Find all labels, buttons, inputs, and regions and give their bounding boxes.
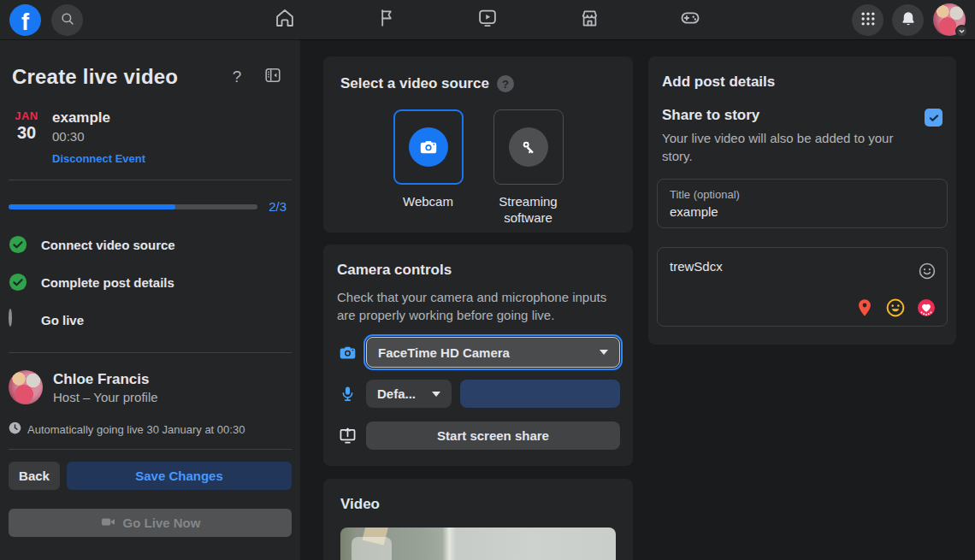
share-to-story-description: Your live video will also be added to yo… [662,129,912,165]
feeling-activity-icon[interactable] [885,298,906,318]
nav-tab-gaming[interactable] [666,0,714,39]
storefront-icon [579,8,600,32]
share-to-story-label: Share to story [662,107,913,124]
check-icon [928,112,940,124]
check-in-location-icon[interactable] [854,298,875,318]
help-button[interactable]: ? [222,62,252,92]
step-label: Connect video source [41,238,175,252]
source-option-streaming-software[interactable]: Streaming software [488,109,569,226]
watch-icon [476,7,499,32]
webcam-card [393,109,464,185]
title-field-value: example [670,204,935,219]
step-complete-post-details: Complete post details [9,263,292,301]
back-button[interactable]: Back [9,462,60,490]
source-option-webcam[interactable]: Webcam [388,109,469,226]
notifications-button[interactable] [892,4,924,36]
empty-circle-icon [9,310,27,329]
save-changes-button[interactable]: Save Changes [67,462,292,490]
host-row: Chloe Francis Host – Your profile [9,370,292,404]
title-field-label: Title (optional) [670,188,935,201]
apps-menu-button[interactable] [852,4,883,36]
preview-overlay-badge [352,537,392,560]
disconnect-event-link[interactable]: Disconnect Event [52,152,145,165]
screen-share-icon [337,426,358,445]
schedule-note-text: Automatically going live 30 January at 0… [27,423,245,436]
emoji-picker-icon[interactable] [918,262,937,284]
event-day: 30 [14,123,39,143]
top-navigation-bar: f [0,0,975,39]
go-live-now-label: Go Live Now [123,516,201,530]
facebook-logo-letter: f [21,9,29,36]
step-label: Complete post details [41,275,174,290]
title-field[interactable]: Title (optional) example [657,179,948,228]
description-field[interactable]: trewSdcx [657,247,948,327]
account-menu-button[interactable] [933,3,966,36]
step-connect-video-source: Connect video source [9,226,292,263]
source-panel-header: Select a video source ? [323,56,633,92]
apps-grid-icon [860,10,877,31]
collapse-panel-button[interactable] [257,62,288,92]
share-to-story-checkbox[interactable] [925,109,942,127]
host-name: Chloe Francis [53,371,158,388]
share-to-story-row: Share to story Your live video will also… [662,107,942,165]
question-mark-icon: ? [233,68,242,86]
nav-tab-home[interactable] [261,0,309,39]
clock-icon [9,421,21,438]
gaming-icon [679,7,701,32]
page-title: Create live video [12,65,216,89]
video-panel-title: Video [340,496,616,513]
step-label: Go live [41,313,84,327]
description-field-value: trewSdcx [670,259,935,274]
event-info: example 00:30 Disconnect Event [52,109,145,166]
sidebar-header: Create live video ? [0,39,300,99]
video-preview-panel: Video [323,479,633,560]
main-content: Select a video source ? Webcam [300,39,975,560]
camera-panel-title: Camera controls [337,262,620,279]
stream-key-icon [509,127,548,167]
divider [9,180,292,180]
search-button[interactable] [51,4,83,36]
chevron-down-icon [955,25,968,38]
check-circle-icon [9,235,27,254]
create-live-video-sidebar: Create live video ? JAN 30 example 00:30… [0,39,300,560]
nav-tab-marketplace[interactable] [565,0,613,39]
add-post-details-panel: Add post details Share to story Your liv… [648,56,956,345]
flag-icon [376,8,397,32]
progress-label: 2/3 [269,199,287,214]
live-producer-app: f [0,0,975,560]
microphone-select[interactable]: Defa... [366,380,452,408]
camera-icon [337,343,358,363]
camera-select[interactable]: FaceTime HD Camera [366,337,620,368]
microphone-level-meter [460,380,620,408]
divider [9,352,292,353]
home-icon [274,7,296,32]
streaming-software-label: Streaming software [488,193,569,226]
start-screen-share-button[interactable]: Start screen share [366,421,620,450]
camcorder-icon [100,514,116,533]
check-circle-icon [9,273,27,292]
webcam-label: Webcam [403,193,453,209]
nav-tab-pages[interactable] [363,0,411,39]
progress-track [9,204,257,209]
go-live-now-button[interactable]: Go Live Now [9,509,292,537]
streaming-software-card [493,109,564,185]
footer-buttons: Back Save Changes [9,462,292,490]
source-panel-title: Select a video source [340,75,489,92]
search-icon [60,11,75,30]
progress-fill [9,204,175,209]
webcam-preview [340,528,616,560]
composer-attachment-icons [854,298,937,318]
caret-down-icon [432,392,440,397]
help-icon[interactable]: ? [497,75,514,92]
camera-select-row: FaceTime HD Camera [337,337,620,368]
nav-tab-watch[interactable] [464,0,511,39]
setup-steps-list: Connect video source Complete post detai… [9,226,292,339]
microphone-icon [337,385,358,403]
microphone-row: Defa... [337,380,620,408]
microphone-select-value: Defa... [377,386,416,401]
bell-icon [900,10,917,31]
facebook-logo[interactable]: f [9,4,41,36]
divider [9,449,292,450]
gif-reel-heart-icon[interactable] [916,298,937,318]
host-role: Host – Your profile [53,390,158,404]
